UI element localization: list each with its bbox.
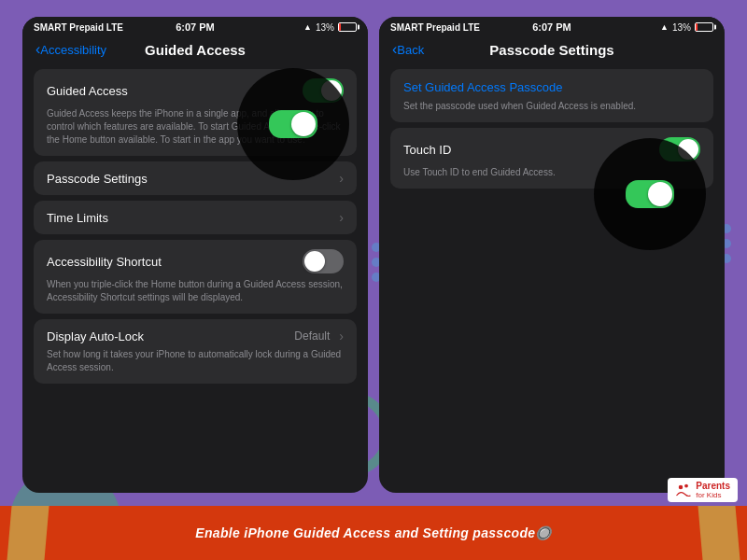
accessibility-shortcut-row: Accessibility Shortcut When you triple-c… <box>34 240 357 314</box>
brand-name: Parents <box>696 481 730 491</box>
time-limits-row-flex: Time Limits › <box>47 210 344 225</box>
main-container: SMART Prepaid LTE 6:07 PM ▲ 13% ‹ Access… <box>0 0 747 560</box>
set-passcode-label[interactable]: Set Guided Access Passcode <box>403 80 563 94</box>
left-phone-screen: SMART Prepaid LTE 6:07 PM ▲ 13% ‹ Access… <box>22 17 368 493</box>
left-time: 6:07 PM <box>176 21 215 33</box>
display-auto-lock-row[interactable]: Display Auto-Lock Default › Set how long… <box>34 319 357 384</box>
time-limits-label: Time Limits <box>47 211 108 225</box>
time-limits-arrow: › <box>339 210 344 225</box>
left-highlight-toggle-thumb <box>291 112 316 136</box>
right-nav-title: Passcode Settings <box>489 42 613 58</box>
right-back-label[interactable]: Back <box>397 43 424 57</box>
right-phone-screen: SMART Prepaid LTE 6:07 PM ▲ 13% ‹ Back P… <box>379 17 725 493</box>
right-signal-text: ▲ <box>660 22 669 32</box>
left-highlight-toggle[interactable] <box>269 110 317 138</box>
left-nav-bar: ‹ Accessibility Guided Access <box>22 37 368 65</box>
right-status-bar: SMART Prepaid LTE 6:07 PM ▲ 13% <box>379 17 725 37</box>
set-passcode-desc: Set the passcode used when Guided Access… <box>403 100 700 113</box>
left-signal-text: ▲ <box>303 22 312 32</box>
right-highlight-toggle[interactable] <box>626 180 674 208</box>
display-auto-lock-flex: Display Auto-Lock Default › <box>47 329 344 343</box>
bottom-banner: Enable iPhone Guided Access and Setting … <box>0 506 747 560</box>
right-status-right: ▲ 13% <box>660 22 713 33</box>
brand-sub: for Kids <box>696 491 730 499</box>
right-circle-highlight <box>594 138 706 250</box>
display-auto-lock-desc: Set how long it takes your iPhone to aut… <box>47 348 344 374</box>
brand-icon <box>675 482 692 498</box>
left-back-label[interactable]: Accessibility <box>40 43 106 57</box>
accessibility-shortcut-flex: Accessibility Shortcut <box>47 249 344 273</box>
left-status-bar: SMART Prepaid LTE 6:07 PM ▲ 13% <box>22 17 368 37</box>
right-carrier: SMART Prepaid LTE <box>390 22 480 33</box>
right-battery-pct: 13% <box>672 22 691 33</box>
accessibility-shortcut-toggle[interactable] <box>303 249 344 273</box>
accessibility-shortcut-label: Accessibility Shortcut <box>47 255 162 269</box>
right-battery-icon <box>695 22 713 32</box>
right-highlight-toggle-thumb <box>648 182 672 206</box>
passcode-settings-label: Passcode Settings <box>47 172 148 186</box>
banner-tape-right <box>698 506 740 560</box>
right-time: 6:07 PM <box>532 21 571 33</box>
brand-text-area: Parents for Kids <box>696 481 730 499</box>
left-battery-icon <box>338 22 357 32</box>
display-auto-lock-arrow: › <box>339 329 344 343</box>
passcode-settings-arrow: › <box>339 171 344 186</box>
svg-point-1 <box>684 484 688 488</box>
banner-text: Enable iPhone Guided Access and Setting … <box>47 525 700 540</box>
time-limits-row[interactable]: Time Limits › <box>34 201 357 234</box>
left-circle-highlight <box>237 68 349 180</box>
set-passcode-row[interactable]: Set Guided Access Passcode Set the passc… <box>390 69 713 122</box>
banner-tape-left <box>7 506 49 560</box>
phones-wrapper: SMART Prepaid LTE 6:07 PM ▲ 13% ‹ Access… <box>22 17 725 493</box>
svg-point-0 <box>679 485 684 490</box>
left-status-right: ▲ 13% <box>303 22 357 33</box>
touch-id-label: Touch ID <box>403 143 451 157</box>
left-carrier: SMART Prepaid LTE <box>34 22 123 33</box>
left-nav-title: Guided Access <box>145 42 246 58</box>
display-auto-lock-value: Default <box>294 329 330 343</box>
display-auto-lock-label: Display Auto-Lock <box>47 329 144 343</box>
right-nav-bar: ‹ Back Passcode Settings <box>379 37 725 65</box>
brand-area: Parents for Kids <box>668 478 738 502</box>
accessibility-shortcut-desc: When you triple-click the Home button du… <box>47 278 344 304</box>
left-battery-pct: 13% <box>316 22 334 33</box>
guided-access-label: Guided Access <box>47 84 128 98</box>
accessibility-shortcut-thumb <box>304 251 325 272</box>
